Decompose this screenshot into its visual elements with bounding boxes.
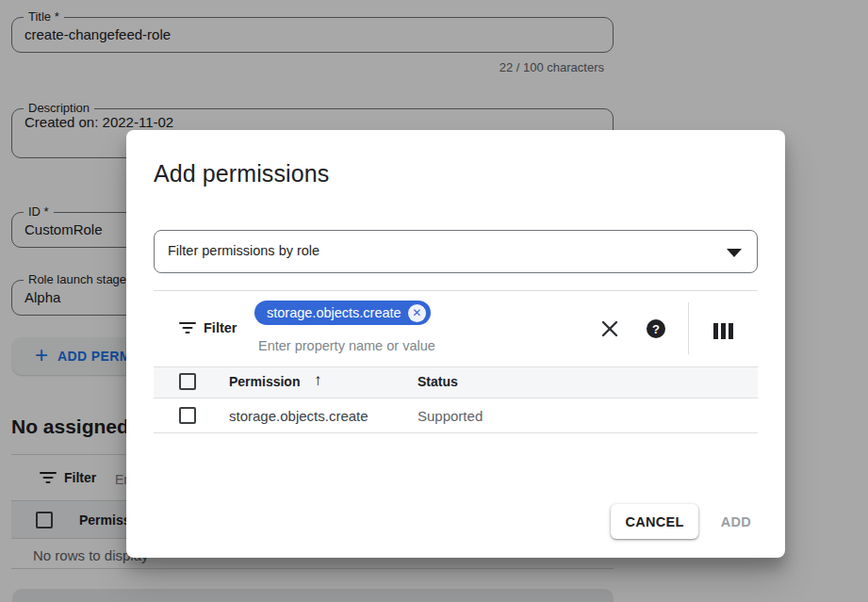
clear-filters-button[interactable] xyxy=(598,317,621,340)
dialog-title: Add permissions xyxy=(154,160,329,187)
help-button[interactable]: ? xyxy=(645,317,667,340)
add-permissions-dialog: Add permissions Filter permissions by ro… xyxy=(126,130,785,558)
row-checkbox[interactable] xyxy=(179,407,196,424)
permission-cell: storage.objects.create xyxy=(229,408,368,424)
divider xyxy=(154,290,758,291)
filter-chip-label: storage.objects.create xyxy=(267,305,401,320)
sort-ascending-icon[interactable]: ↑ xyxy=(314,371,322,390)
filter-chip[interactable]: storage.objects.create ✕ xyxy=(254,301,431,325)
filter-icon xyxy=(179,322,196,334)
filter-permissions-by-role-select[interactable]: Filter permissions by role xyxy=(154,230,758,273)
add-button[interactable]: ADD xyxy=(714,504,758,539)
help-icon: ? xyxy=(647,319,665,338)
role-select-placeholder: Filter permissions by role xyxy=(168,243,319,258)
status-cell: Supported xyxy=(418,408,483,424)
column-display-options-button[interactable] xyxy=(712,319,734,342)
cancel-button[interactable]: CANCEL xyxy=(611,504,698,539)
status-column-header[interactable]: Status xyxy=(418,374,458,389)
permissions-table-header: Permission ↑ Status xyxy=(154,366,758,399)
table-row[interactable]: storage.objects.create Supported xyxy=(154,399,758,433)
permission-column-header[interactable]: Permission xyxy=(229,374,300,389)
chevron-down-icon xyxy=(727,249,742,257)
select-all-checkbox[interactable] xyxy=(179,373,196,390)
filter-label: Filter xyxy=(204,320,237,335)
role-create-page: Title * create-changefeed-role 22 / 100 … xyxy=(0,0,868,602)
filter-input-placeholder[interactable]: Enter property name or value xyxy=(258,338,435,353)
columns-icon xyxy=(713,323,718,339)
chip-remove-icon[interactable]: ✕ xyxy=(408,304,426,322)
close-icon xyxy=(600,319,619,338)
toolbar-divider xyxy=(688,302,689,354)
